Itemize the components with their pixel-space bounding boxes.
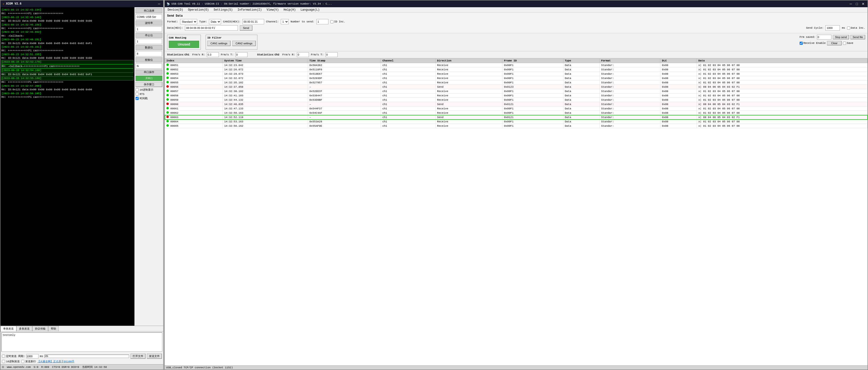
menu-operation[interactable]: Operation(O): [186, 8, 211, 12]
log-line: RX: ID:0x121 data:0x00 0x00 0x00 0x00 0x…: [1, 88, 133, 92]
type-select[interactable]: Data: [209, 19, 221, 24]
can2-settings-btn[interactable]: CAN2 settings: [232, 41, 255, 46]
table-row[interactable]: 00058 14:32:41.103 0x536447 ch1 Receive …: [165, 93, 868, 98]
timer-send-checkbox[interactable]: [2, 354, 5, 358]
num-send-input[interactable]: [316, 19, 329, 24]
stop-bits-input[interactable]: [135, 39, 162, 44]
cell-direction: Receive: [436, 124, 502, 128]
send-text-area[interactable]: testonly: [1, 332, 162, 352]
table-row[interactable]: 00063 14:32:52.119 – ch1 Send 0x0121 Dat…: [165, 115, 868, 120]
format-label: Format:: [167, 20, 178, 23]
cell-data: x| 08 04 06 05 04 03 02 F1: [697, 85, 868, 89]
rts-checkbox[interactable]: [135, 92, 139, 96]
table-row[interactable]: 00064 14:32:53.163 0x553A28 ch1 Receive …: [165, 120, 868, 124]
tab-protocol[interactable]: 协议传输: [32, 326, 48, 331]
cell-time-stamp: 0x518E67: [308, 72, 381, 76]
send-cycle-input[interactable]: [826, 25, 840, 31]
stats-ch2-frms-r-input[interactable]: [297, 52, 309, 57]
save-window-btn[interactable]: 保存窗口: [135, 82, 162, 87]
unused-btn[interactable]: Unused: [169, 41, 199, 48]
table-row[interactable]: 00060 14:32:46.835 – ch1 Send 0x0121 Dat…: [165, 102, 868, 106]
table-row[interactable]: 00061 14:32:47.133 0x544F37 ch1 Receive …: [165, 106, 868, 111]
menu-information[interactable]: Information(I): [236, 8, 264, 12]
xcom-minimize-btn[interactable]: ─: [157, 2, 161, 6]
newline-checkbox[interactable]: [21, 360, 24, 363]
table-row[interactable]: 00062 14:32:50.163 0x54C4AF ch1 Receive …: [165, 111, 868, 115]
tab-multi-send[interactable]: 多条发送: [17, 326, 32, 331]
cell-index: 00056: [165, 85, 223, 89]
id-inc-checkbox[interactable]: [330, 20, 334, 23]
send-file-btn[interactable]: Send file: [850, 35, 865, 39]
log-line: RX: ++++++++++<<<F1 can>>>+++++++++++++: [1, 12, 133, 16]
period-input[interactable]: [27, 354, 38, 359]
menu-view[interactable]: View(V): [265, 8, 280, 12]
canid-input[interactable]: [243, 19, 264, 24]
send-btn[interactable]: Send: [240, 25, 252, 31]
save-label: Save: [847, 42, 853, 44]
cell-dlc: 0x08: [660, 89, 697, 93]
hex16-send-checkbox[interactable]: [2, 360, 5, 363]
cell-format: Standar:: [599, 98, 660, 102]
cell-time-stamp: 0x544F37: [308, 106, 381, 111]
baud-input[interactable]: [135, 27, 162, 32]
receive-enable-checkbox[interactable]: [800, 42, 803, 45]
ad-link[interactable]: 【火爆全网】正点原子DS100手: [37, 360, 74, 363]
cell-data: x| 08 04 06 05 04 03 02 F1: [697, 115, 868, 120]
cell-format: Standar:: [599, 115, 660, 120]
bottom-controls: 定时发送 周期: ms 0% 打开文件 发送文件 16进制发送 发送新行: [0, 353, 163, 364]
tab-single-send[interactable]: 单条发送: [0, 326, 17, 331]
usbcan-close-btn[interactable]: ✕: [861, 2, 866, 6]
cell-channel: ch1: [381, 115, 436, 120]
settings-gear-icon[interactable]: ⚙: [2, 365, 4, 369]
timestamp-checkbox[interactable]: [135, 97, 139, 100]
stats-section: Statistics:Ch1 Frm/s R: Frm/s T: Statist…: [165, 51, 868, 58]
table-row[interactable]: 00059 14:32:44.132 0x53D9BF ch1 Receive …: [165, 98, 868, 102]
stop-send-btn[interactable]: Stop send: [833, 35, 849, 39]
table-row[interactable]: 00054 14:32:32.072 0x5203DF ch1 Receive …: [165, 76, 868, 81]
menu-help[interactable]: Help(H): [282, 8, 298, 12]
cell-direction: Receive: [436, 98, 502, 102]
table-row[interactable]: 00065 14:32:56.162 0x55AF9E ch1 Receive …: [165, 124, 868, 128]
cell-dlc: 0x08: [660, 106, 697, 111]
serial-open-btn[interactable]: 开串口: [135, 75, 162, 81]
log-line: RX: ID:0x121 data:0x08 0x04 0x06 0x05 0x…: [1, 42, 133, 45]
stats-ch1-frms-t-input[interactable]: [236, 52, 248, 57]
frm-saved-input[interactable]: [817, 35, 831, 39]
clear-btn[interactable]: Clear: [827, 41, 841, 45]
table-row[interactable]: 00053 14:32:29.073 0x518E67 ch1 Receive …: [165, 72, 868, 76]
send-file-btn[interactable]: 发送文件: [147, 353, 162, 359]
s-value: S:0: [33, 366, 38, 369]
table-row[interactable]: 00052 14:32:26.072 0x5118F0 ch1 Receive …: [165, 67, 868, 72]
tab-help[interactable]: 帮助: [48, 326, 59, 331]
stats-ch1-frms-r-input[interactable]: [207, 52, 219, 57]
parity-input[interactable]: [135, 63, 162, 69]
usbcan-maximize-btn[interactable]: □: [855, 2, 859, 6]
stats-ch2-frms-t-input[interactable]: [326, 52, 338, 57]
format-select[interactable]: Standard: [180, 19, 197, 24]
can1-settings-btn[interactable]: CAN1 settings: [207, 41, 230, 46]
filter-btns: CAN1 settings CAN2 settings: [207, 41, 256, 46]
menu-device[interactable]: Device(D): [166, 8, 185, 12]
serial-port-input[interactable]: [135, 14, 162, 20]
hex16-display-checkbox[interactable]: [135, 88, 139, 91]
table-row[interactable]: 00056 14:32:37.858 – ch1 Send 0x0123 Dat…: [165, 85, 868, 89]
menu-settings[interactable]: Settings(S): [212, 8, 235, 12]
log-line: RX: —Callback—++++++++++<<<F1 can>>>++++…: [1, 64, 133, 68]
cell-direction: Send: [436, 102, 502, 106]
data-inc-checkbox[interactable]: [847, 27, 850, 30]
data-bits-input[interactable]: [135, 51, 162, 56]
receive-enable-row: Receive Enable Clear Save: [800, 41, 865, 45]
table-row[interactable]: 00057 14:32:38.102 0x52EECF ch1 Receive …: [165, 89, 868, 93]
channel-select[interactable]: 1: [281, 19, 289, 24]
log-line: RX: ID:0x123 data:0x00 0x00 0x00 0x00 0x…: [1, 19, 133, 23]
cell-channel: ch1: [381, 120, 436, 124]
save-checkbox[interactable]: [843, 42, 846, 45]
open-file-btn[interactable]: 打开文件: [130, 353, 146, 359]
data-hex-input[interactable]: [185, 25, 238, 31]
status-dot-green: [166, 72, 169, 75]
menu-language[interactable]: Language(L): [299, 8, 321, 12]
usbcan-minimize-btn[interactable]: ─: [849, 2, 853, 6]
table-row[interactable]: 00055 14:32:35.102 0x527957 ch1 Receive …: [165, 81, 868, 85]
table-row[interactable]: 00051 14:32:23.042 0x50A382 ch1 Receive …: [165, 63, 868, 67]
cell-index: 00059: [165, 98, 223, 102]
